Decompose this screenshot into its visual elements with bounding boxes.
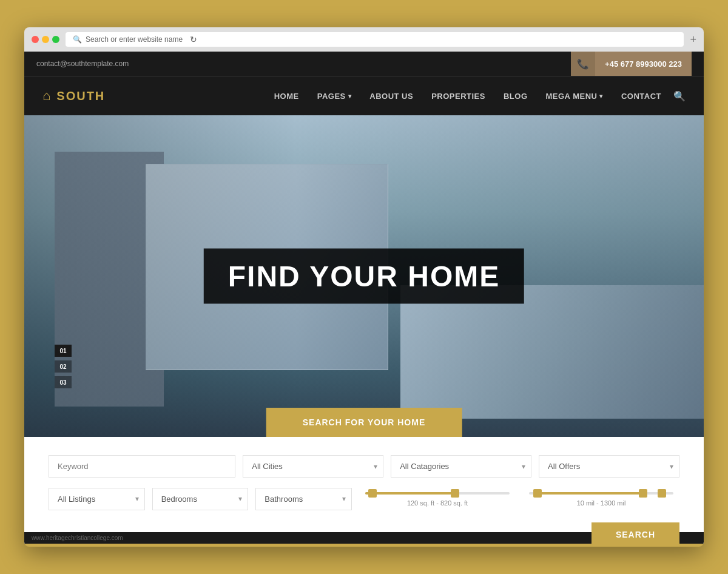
- slide-indicators: 01 02 03: [55, 345, 72, 388]
- cities-select[interactable]: All Cities: [243, 455, 383, 478]
- slide-2[interactable]: 02: [55, 360, 72, 373]
- bedrooms-select[interactable]: Bedrooms: [152, 488, 249, 510]
- phone-number[interactable]: +45 677 8993000 223: [595, 52, 692, 76]
- website-content: contact@southtemplate.com 📞 +45 677 8993…: [24, 52, 704, 544]
- offers-select-wrapper: All Offers: [539, 455, 679, 478]
- nav-properties-link[interactable]: PROPERTIES: [431, 92, 485, 101]
- sqft-range-label: 120 sq. ft - 820 sq. ft: [365, 499, 510, 507]
- search-row-2: All Listings Bedrooms Bathrooms: [49, 487, 679, 510]
- search-row-1: All Cities All Catagories All Offers: [49, 455, 679, 478]
- search-button[interactable]: SEARCH: [592, 522, 679, 547]
- chevron-down-icon: ▾: [348, 93, 352, 100]
- nav-blog-link[interactable]: BLOG: [504, 92, 528, 101]
- logo-text: SOUTH: [56, 89, 105, 103]
- email-address: contact@southtemplate.com: [36, 59, 129, 68]
- minimize-button[interactable]: [42, 36, 49, 43]
- top-bar: contact@southtemplate.com 📞 +45 677 8993…: [24, 52, 704, 76]
- browser-dots: [32, 36, 59, 43]
- search-icon: 🔍: [73, 35, 82, 44]
- sqft-range-handle-max[interactable]: [451, 489, 459, 498]
- offers-select[interactable]: All Offers: [539, 455, 679, 478]
- nav-about-link[interactable]: ABOUT US: [369, 92, 413, 101]
- price-range-section: 10 mil - 1300 mil: [523, 487, 679, 510]
- price-range-track: [529, 492, 673, 495]
- sqft-range-handle-min[interactable]: [368, 489, 377, 498]
- price-range-fill: [536, 492, 645, 495]
- nav-pages-link[interactable]: PAGES ▾: [317, 92, 352, 101]
- nav-home-link[interactable]: HOME: [274, 92, 299, 101]
- nav-pages[interactable]: PAGES ▾: [317, 92, 352, 101]
- slide-1[interactable]: 01: [55, 345, 72, 357]
- logo[interactable]: ⌂ SOUTH: [42, 88, 105, 104]
- keyword-input[interactable]: [49, 455, 235, 478]
- top-bar-right: 📞 +45 677 8993000 223: [571, 52, 692, 76]
- nav-properties[interactable]: PROPERTIES: [431, 90, 485, 101]
- phone-icon[interactable]: 📞: [571, 52, 595, 76]
- cities-select-wrapper: All Cities: [243, 455, 383, 478]
- nav-mega-menu[interactable]: MEGA MENU ▾: [546, 92, 603, 101]
- nav-mega-menu-link[interactable]: MEGA MENU ▾: [546, 92, 603, 101]
- browser-window: 🔍 Search or enter website name ↻ + conta…: [24, 27, 704, 547]
- bedrooms-select-wrapper: Bedrooms: [152, 488, 249, 510]
- add-tab-button[interactable]: +: [690, 33, 696, 46]
- bathrooms-select[interactable]: Bathrooms: [255, 488, 352, 510]
- slide-3[interactable]: 03: [55, 376, 72, 388]
- nav-links: HOME PAGES ▾ ABOUT US PROPERTIES BLOG ME…: [274, 90, 661, 101]
- nav-contact-link[interactable]: CONTACT: [621, 92, 661, 101]
- hero-text-box: FIND YOUR HOME: [204, 249, 524, 304]
- navbar: ⌂ SOUTH HOME PAGES ▾ ABOUT US PROPERTIES…: [24, 76, 704, 115]
- bathrooms-select-wrapper: Bathrooms: [255, 488, 352, 510]
- sqft-range-track: [365, 492, 510, 495]
- price-range-label: 10 mil - 1300 mil: [529, 499, 673, 507]
- chevron-down-icon-2: ▾: [599, 93, 603, 100]
- browser-chrome: 🔍 Search or enter website name ↻ +: [24, 27, 704, 52]
- address-bar-text: Search or enter website name: [86, 35, 183, 44]
- nav-about[interactable]: ABOUT US: [369, 90, 413, 101]
- nav-blog[interactable]: BLOG: [504, 90, 528, 101]
- search-section: All Cities All Catagories All Offers: [24, 437, 704, 532]
- price-range-handle-min[interactable]: [533, 489, 542, 498]
- categories-select[interactable]: All Catagories: [391, 455, 531, 478]
- hero-title: FIND YOUR HOME: [228, 260, 500, 293]
- nav-home[interactable]: HOME: [274, 90, 299, 101]
- sqft-range-section: 120 sq. ft - 820 sq. ft: [359, 487, 516, 510]
- close-button[interactable]: [32, 36, 39, 43]
- address-bar[interactable]: 🔍 Search or enter website name ↻: [66, 32, 684, 47]
- listings-select[interactable]: All Listings: [49, 488, 145, 510]
- price-range-handle-end[interactable]: [658, 489, 666, 498]
- sqft-range-fill: [365, 492, 452, 495]
- maximize-button[interactable]: [52, 36, 59, 43]
- categories-select-wrapper: All Catagories: [391, 455, 531, 478]
- search-cta-button[interactable]: SEARCH FOR YOUR HOME: [266, 408, 462, 437]
- nav-search-icon[interactable]: 🔍: [673, 90, 686, 102]
- price-range-handle-max[interactable]: [639, 489, 647, 498]
- refresh-icon[interactable]: ↻: [190, 35, 197, 44]
- nav-contact[interactable]: CONTACT: [621, 90, 661, 101]
- listings-select-wrapper: All Listings: [49, 488, 145, 510]
- hero-section: 01 02 03 FIND YOUR HOME SEARCH FOR YOUR …: [24, 115, 704, 437]
- logo-icon: ⌂: [42, 88, 52, 104]
